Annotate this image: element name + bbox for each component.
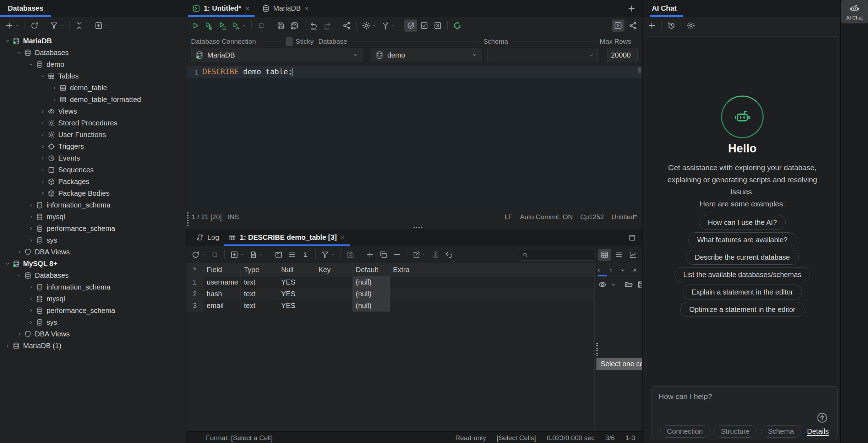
column-header-default[interactable]: Default: [353, 263, 390, 276]
row-number[interactable]: 3: [186, 300, 203, 312]
execute-statement-button[interactable]: [189, 20, 202, 32]
transaction-mode-button[interactable]: [379, 20, 398, 32]
clear-marks-button[interactable]: [431, 20, 444, 32]
context-chip-schema[interactable]: Schema: [761, 425, 801, 438]
tab-ai-chat[interactable]: AI Chat: [643, 0, 686, 17]
cell-field[interactable]: email: [203, 300, 241, 312]
tree-item-mariadb[interactable]: MariaDB: [0, 35, 186, 47]
cell-key[interactable]: [315, 276, 353, 288]
cell-key[interactable]: [315, 300, 353, 312]
cell-field[interactable]: hash: [203, 288, 241, 300]
add-row-button[interactable]: [364, 249, 376, 261]
cell-key[interactable]: [315, 288, 353, 300]
chevron-right-icon[interactable]: [38, 156, 47, 161]
result-search-input[interactable]: [530, 251, 591, 259]
tab-mariadb[interactable]: MariaDB: [256, 0, 316, 17]
tree-item-dba-views[interactable]: DBA Views: [0, 328, 186, 340]
open-in-button[interactable]: [627, 20, 639, 32]
tree-item-user-functions[interactable]: User Functions: [0, 129, 186, 141]
grid-row-3[interactable]: 3emailtextYES(null): [186, 300, 594, 312]
value-view-button[interactable]: [272, 249, 285, 261]
execute-script-button[interactable]: [216, 20, 229, 32]
metadata-view-button[interactable]: [286, 249, 299, 261]
chat-history-button[interactable]: [665, 20, 678, 32]
generate-report-button[interactable]: [247, 249, 266, 261]
chevron-right-icon[interactable]: [38, 109, 47, 114]
example-prompt-4[interactable]: List the available databases/schemas: [675, 267, 810, 282]
revert-changes-button[interactable]: [443, 249, 455, 261]
column-header-type[interactable]: Type: [241, 263, 278, 276]
chevron-down-icon[interactable]: [3, 38, 12, 44]
tree-item-demo-table-formatted[interactable]: demo_table_formatted: [0, 94, 186, 106]
new-chat-button[interactable]: [645, 20, 658, 32]
tree-item-databases[interactable]: Databases: [0, 47, 186, 59]
tab-log[interactable]: Log: [191, 229, 224, 246]
chevron-right-icon[interactable]: [26, 238, 36, 243]
tree-item-databases[interactable]: Databases: [0, 270, 186, 281]
row-number-header[interactable]: *: [186, 263, 203, 276]
tree-item-demo[interactable]: demo: [0, 59, 186, 70]
chevron-down-icon[interactable]: [15, 273, 24, 278]
cell-type[interactable]: text: [241, 288, 278, 300]
tree-item-mysql[interactable]: mysql: [0, 293, 186, 305]
row-number[interactable]: 2: [186, 288, 203, 300]
cell-null[interactable]: YES: [278, 276, 315, 288]
column-header-extra[interactable]: Extra: [390, 263, 427, 276]
chevron-down-icon[interactable]: [15, 50, 24, 55]
ai-chat-input[interactable]: [651, 387, 837, 418]
auto-commit-status[interactable]: Auto Commit: ON: [520, 213, 573, 221]
chevron-down-icon[interactable]: [610, 282, 616, 288]
tree-item-mysql-8-[interactable]: MySQL 8+: [0, 258, 186, 270]
selection-mode[interactable]: [Select Cells]: [497, 434, 536, 442]
tab-1-untitled-[interactable]: 1: Untitled*: [186, 0, 256, 17]
filter-tree-button[interactable]: [48, 20, 66, 32]
editor-scrollbar-thumb[interactable]: [638, 67, 641, 73]
chevron-right-icon[interactable]: [3, 343, 12, 349]
chevron-right-icon[interactable]: [26, 308, 36, 313]
collapse-all-button[interactable]: [73, 20, 86, 32]
add-connection-button[interactable]: [3, 20, 21, 32]
chevron-right-icon[interactable]: [38, 179, 47, 184]
chevron-right-icon[interactable]: [608, 267, 614, 273]
chevron-right-icon[interactable]: [26, 226, 36, 231]
mock-data-button[interactable]: [429, 249, 442, 261]
chevron-down-icon[interactable]: [38, 74, 47, 79]
tree-item-information-schema[interactable]: information_schema: [0, 281, 186, 293]
explain-plan-button[interactable]: [340, 20, 353, 32]
grid-row-2[interactable]: 2hashtextYES(null): [186, 288, 594, 300]
new-editor-tab-button[interactable]: [625, 2, 638, 15]
tree-item-demo-table[interactable]: demo_table: [0, 82, 186, 94]
redo-sql-button[interactable]: SQL: [321, 20, 334, 32]
example-prompt-5[interactable]: Explain a statement in the editor: [683, 285, 802, 299]
chevron-down-icon[interactable]: [26, 62, 36, 67]
example-prompt-2[interactable]: What features are available?: [688, 232, 797, 247]
editor-results-sash[interactable]: [186, 225, 642, 229]
tree-item-dba-views[interactable]: DBA Views: [0, 246, 186, 258]
value-panel-sash-handle-icon[interactable]: [596, 343, 598, 356]
chevron-down-icon[interactable]: [3, 261, 12, 266]
sticky-toggle[interactable]: [286, 37, 293, 46]
chevron-right-icon[interactable]: [38, 120, 47, 126]
close-icon[interactable]: [340, 235, 345, 240]
connection-spinner-button[interactable]: [451, 20, 464, 32]
folder-open-icon[interactable]: [624, 280, 633, 289]
cell-extra[interactable]: [390, 300, 427, 312]
delete-row-button[interactable]: [391, 249, 403, 261]
max-rows-input[interactable]: [607, 48, 638, 62]
chevron-left-icon[interactable]: [596, 267, 602, 273]
filter-results-button[interactable]: [319, 249, 337, 261]
column-header-key[interactable]: Key: [315, 263, 353, 276]
tree-item-sys[interactable]: sys: [0, 317, 186, 328]
tree-item-views[interactable]: Views: [0, 106, 186, 117]
details-link[interactable]: Details: [807, 427, 829, 436]
cell-null[interactable]: YES: [278, 300, 315, 312]
example-prompt-1[interactable]: How can I use the AI?: [699, 215, 786, 230]
chevron-right-icon[interactable]: [26, 202, 36, 208]
database-select[interactable]: demo: [371, 48, 481, 62]
example-prompt-3[interactable]: Describe the current database: [686, 250, 799, 265]
connection-select[interactable]: MariaDB: [191, 48, 362, 62]
tree-item-performance-schema[interactable]: performance_schema: [0, 305, 186, 317]
save-all-button[interactable]: [288, 20, 301, 32]
link-with-editor-button[interactable]: [92, 20, 111, 32]
close-icon[interactable]: [304, 6, 310, 11]
